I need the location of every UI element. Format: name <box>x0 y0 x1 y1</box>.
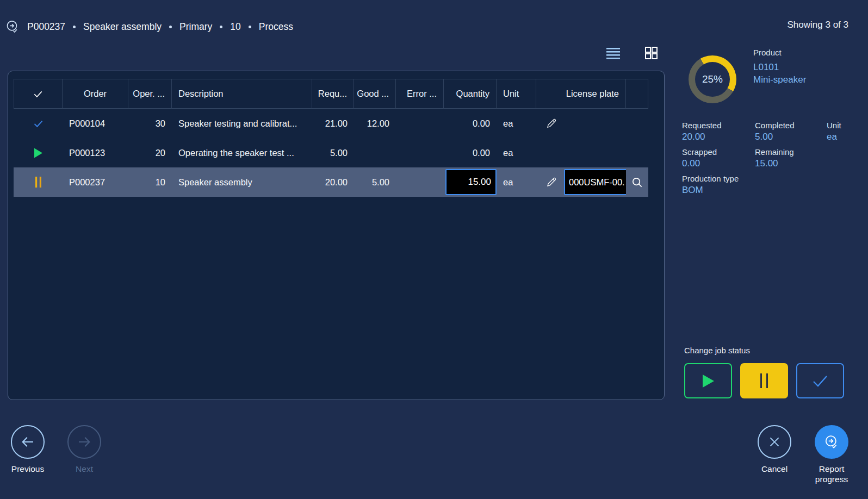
stat-scrapped: Scrapped 0.00 <box>682 147 755 169</box>
column-header-description[interactable]: Description <box>172 79 312 109</box>
description-cell: Operating the speaker test ... <box>172 148 312 158</box>
jobs-table: Order Oper. ... Description Requ... Good… <box>14 79 648 197</box>
breadcrumb-operation-number: 10 <box>230 21 240 33</box>
column-header-error[interactable]: Error ... <box>396 79 444 109</box>
breadcrumb-operation-name: Process <box>259 21 293 33</box>
breadcrumb-separator <box>169 26 172 28</box>
top-bar: P000237 Speaker assembly Primary 10 Proc… <box>0 0 868 39</box>
unit-cell: ea <box>497 118 536 129</box>
column-header-unit[interactable]: Unit <box>497 79 536 109</box>
product-label: Product <box>753 48 806 57</box>
change-job-status-label: Change job status <box>684 346 750 355</box>
pause-job-button[interactable] <box>740 363 788 398</box>
unit-cell: ea <box>497 177 536 188</box>
progress-percent: 25% <box>689 55 736 103</box>
order-cell: P000123 <box>63 148 128 158</box>
column-header-oper[interactable]: Oper. ... <box>128 79 172 109</box>
search-icon[interactable] <box>631 176 643 189</box>
breadcrumb-separator <box>220 26 222 28</box>
stat-requested: Requested 20.00 <box>682 121 755 142</box>
quantity-input[interactable] <box>445 169 497 195</box>
order-cell: P000104 <box>63 118 128 129</box>
column-header-order[interactable]: Order <box>63 79 128 109</box>
unit-cell: ea <box>497 148 536 158</box>
quantity-cell: 0.00 <box>444 148 497 158</box>
column-header-spacer <box>626 79 648 109</box>
stat-production-type: Production type BOM <box>682 174 755 196</box>
requested-cell: 21.00 <box>312 118 354 129</box>
requested-cell: 20.00 <box>312 177 354 188</box>
breadcrumb-order: P000237 <box>27 21 65 33</box>
breadcrumb-separator <box>249 26 251 28</box>
progress-donut-chart: 25% <box>689 55 736 103</box>
complete-job-button[interactable] <box>796 363 844 398</box>
previous-button[interactable]: Previous <box>7 425 49 474</box>
job-stats: Requested 20.00 Completed 5.00 Unit ea S… <box>682 121 868 196</box>
order-cell: P000237 <box>63 177 128 188</box>
view-toggles <box>605 45 659 61</box>
product-id[interactable]: L0101 <box>753 62 806 73</box>
oper-cell: 10 <box>128 177 172 188</box>
report-progress-icon <box>5 20 20 34</box>
cancel-label: Cancel <box>761 464 788 473</box>
report-progress-button[interactable]: Report progress <box>810 425 853 485</box>
good-cell: 5.00 <box>354 177 396 188</box>
stat-remaining: Remaining 15.00 <box>755 147 827 169</box>
product-name: Mini-speaker <box>753 74 806 85</box>
next-label: Next <box>76 464 93 473</box>
stat-completed: Completed 5.00 <box>755 121 827 142</box>
report-progress-label: Report progress <box>815 464 848 484</box>
list-view-icon[interactable] <box>605 45 621 61</box>
product-block: Product L0101 Mini-speaker <box>753 48 806 85</box>
arrow-left-icon <box>11 425 45 459</box>
row-actions-cell <box>626 176 648 189</box>
next-button[interactable]: Next <box>63 425 106 474</box>
stat-unit: Unit ea <box>827 121 868 142</box>
pause-icon <box>760 373 768 388</box>
license-plate-cell <box>536 118 626 129</box>
status-running-icon <box>14 148 63 158</box>
report-progress-icon <box>815 425 848 459</box>
quantity-cell: 0.00 <box>444 118 497 129</box>
requested-cell: 5.00 <box>312 148 354 158</box>
table-row[interactable]: P000123 20 Operating the speaker test ..… <box>14 138 648 167</box>
play-icon <box>702 374 715 388</box>
license-plate-input[interactable] <box>564 169 626 195</box>
breadcrumb-resource: Primary <box>179 21 212 33</box>
previous-label: Previous <box>11 464 44 473</box>
table-header-row: Order Oper. ... Description Requ... Good… <box>14 79 648 109</box>
column-header-requested[interactable]: Requ... <box>312 79 354 109</box>
description-cell: Speaker testing and calibrat... <box>172 118 312 129</box>
grid-view-icon[interactable] <box>643 45 659 61</box>
quantity-cell <box>444 169 497 195</box>
start-job-button[interactable] <box>684 363 732 398</box>
showing-count: Showing 3 of 3 <box>788 20 848 30</box>
status-paused-icon <box>14 177 63 188</box>
column-header-good[interactable]: Good ... <box>354 79 396 109</box>
edit-icon[interactable] <box>546 118 557 129</box>
arrow-right-icon <box>67 425 101 459</box>
stat-spacer <box>827 147 868 169</box>
check-icon <box>812 374 828 388</box>
cancel-button[interactable]: Cancel <box>753 425 796 474</box>
good-cell: 12.00 <box>354 118 396 129</box>
breadcrumb: P000237 Speaker assembly Primary 10 Proc… <box>5 20 293 34</box>
table-row-selected[interactable]: P000237 10 Speaker assembly 20.00 5.00 e… <box>14 167 648 197</box>
column-header-quantity[interactable]: Quantity <box>444 79 497 109</box>
edit-icon[interactable] <box>546 177 557 188</box>
breadcrumb-separator <box>73 26 76 28</box>
table-row[interactable]: P000104 30 Speaker testing and calibrat.… <box>14 109 648 138</box>
select-all-header[interactable] <box>14 79 63 109</box>
description-cell: Speaker assembly <box>172 177 312 188</box>
jobs-list-card: Order Oper. ... Description Requ... Good… <box>8 71 665 400</box>
oper-cell: 30 <box>128 118 172 129</box>
oper-cell: 20 <box>128 148 172 158</box>
close-icon <box>758 425 791 459</box>
job-status-buttons <box>684 363 844 398</box>
status-completed-icon <box>14 118 63 129</box>
license-plate-cell <box>536 169 626 195</box>
breadcrumb-description: Speaker assembly <box>83 21 162 33</box>
column-header-license-plate[interactable]: License plate <box>536 79 626 109</box>
